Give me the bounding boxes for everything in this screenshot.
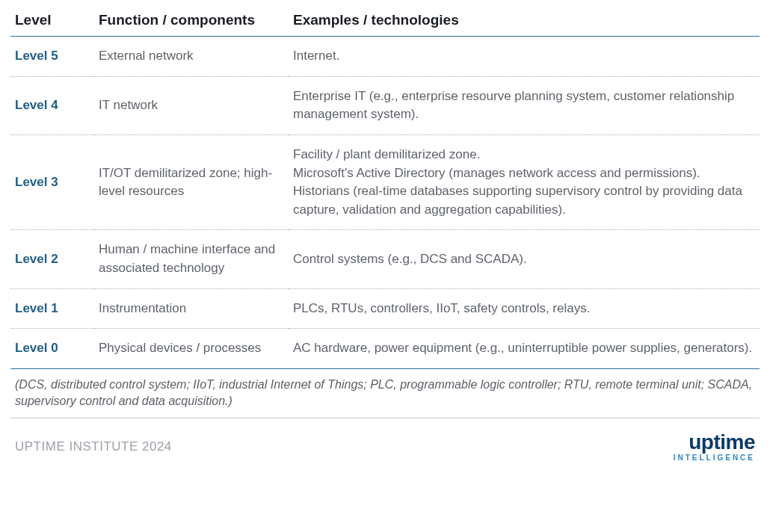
cell-function: Human / machine interface and associated… bbox=[94, 230, 289, 288]
cell-level: Level 1 bbox=[10, 288, 94, 329]
header-level: Level bbox=[10, 6, 94, 37]
cell-level: Level 0 bbox=[10, 329, 94, 369]
purdue-model-table: Level Function / components Examples / t… bbox=[10, 6, 760, 369]
cell-function: IT network bbox=[94, 76, 289, 134]
cell-level: Level 2 bbox=[10, 230, 94, 288]
footnote: (DCS, distributed control system; IIoT, … bbox=[10, 369, 760, 418]
cell-examples: Control systems (e.g., DCS and SCADA). bbox=[289, 230, 760, 288]
table-row: Level 5 External network Internet. bbox=[10, 37, 760, 77]
cell-examples: Internet. bbox=[289, 37, 760, 77]
table-row: Level 2 Human / machine interface and as… bbox=[10, 230, 760, 288]
cell-function: Instrumentation bbox=[94, 288, 289, 329]
cell-level: Level 5 bbox=[10, 37, 94, 77]
cell-function: External network bbox=[94, 37, 289, 77]
table-row: Level 1 Instrumentation PLCs, RTUs, cont… bbox=[10, 288, 760, 329]
cell-examples: Enterprise IT (e.g., enterprise resourve… bbox=[289, 76, 760, 134]
uptime-logo: uptime INTELLIGENCE bbox=[674, 432, 755, 462]
cell-examples: Facility / plant demilitarized zone.Micr… bbox=[289, 134, 760, 230]
table-row: Level 3 IT/OT demilitarized zone; high-l… bbox=[10, 134, 760, 230]
logo-bottom-text: INTELLIGENCE bbox=[674, 454, 755, 462]
header-examples: Examples / technologies bbox=[289, 6, 760, 37]
cell-examples: AC hardware, power equipment (e.g., unin… bbox=[289, 329, 760, 369]
logo-top-text: uptime bbox=[689, 432, 755, 453]
header-function: Function / components bbox=[94, 6, 289, 37]
footer-copyright: UPTIME INSTITUTE 2024 bbox=[15, 439, 172, 454]
table-body: Level 5 External network Internet. Level… bbox=[10, 37, 760, 369]
cell-function: Physical devices / processes bbox=[94, 329, 289, 369]
cell-level: Level 4 bbox=[10, 76, 94, 134]
cell-level: Level 3 bbox=[10, 134, 94, 230]
cell-function: IT/OT demilitarized zone; high-level res… bbox=[94, 134, 289, 230]
footer: UPTIME INSTITUTE 2024 uptime INTELLIGENC… bbox=[10, 418, 760, 466]
table-row: Level 4 IT network Enterprise IT (e.g., … bbox=[10, 76, 760, 134]
cell-examples: PLCs, RTUs, controllers, IIoT, safety co… bbox=[289, 288, 760, 329]
table-row: Level 0 Physical devices / processes AC … bbox=[10, 329, 760, 369]
